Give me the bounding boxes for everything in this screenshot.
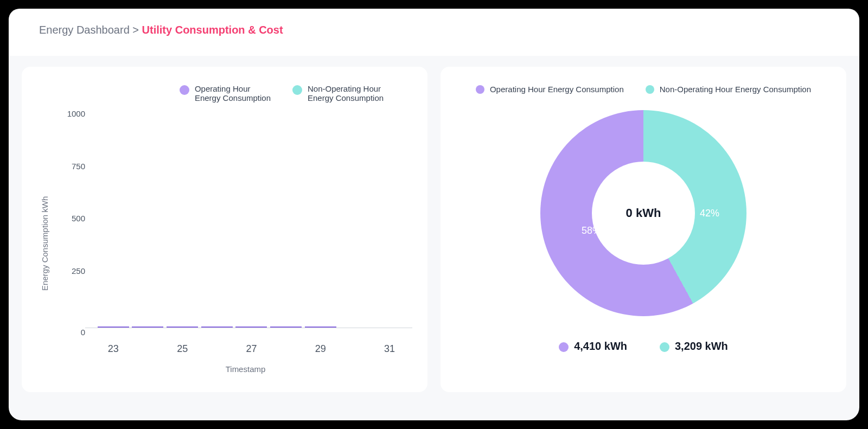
circle-icon [660, 342, 669, 352]
bar-seg-operating [235, 326, 267, 328]
legend-operating: Operating Hour Energy Consumption [180, 84, 271, 103]
bar-seg-operating [201, 326, 233, 328]
value-text: 4,410 kWh [574, 340, 627, 353]
bar [270, 326, 302, 328]
y-tick: 250 [72, 266, 85, 275]
bars-container [96, 113, 407, 328]
bar-legend: Operating Hour Energy Consumption Non-Op… [37, 84, 412, 103]
bar-seg-operating [132, 326, 163, 328]
donut-chart-card: Operating Hour Energy Consumption Non-Op… [441, 67, 846, 392]
legend-label: Non-Operating Hour Energy Consumption [660, 85, 811, 94]
legend-non-operating: Non-Operating Hour Energy Consumption [646, 84, 811, 94]
donut-container: 0 kWh 58% 42% [540, 110, 746, 316]
legend-label: Operating Hour Energy Consumption [195, 84, 271, 103]
content-row: Operating Hour Energy Consumption Non-Op… [9, 56, 859, 403]
breadcrumb-parent[interactable]: Energy Dashboard [39, 24, 130, 36]
y-tick: 500 [72, 214, 85, 223]
x-tick [201, 343, 233, 355]
x-tick: 23 [98, 343, 129, 355]
bar-seg-operating [270, 326, 302, 328]
bar-chart: Energy Consumption kWh 1000 750 500 250 … [37, 113, 412, 374]
bar [132, 326, 163, 328]
donut-values: 4,410 kWh 3,209 kWh [559, 340, 728, 353]
x-tick: 31 [374, 343, 405, 355]
plot-column: 1000 750 500 250 0 2325272931 Timestamp [79, 113, 412, 374]
donut-legend: Operating Hour Energy Consumption Non-Op… [476, 84, 811, 94]
breadcrumb-sep: > [132, 24, 139, 36]
value-operating: 4,410 kWh [559, 340, 627, 353]
y-ticks: 1000 750 500 250 0 [56, 113, 85, 328]
legend-label: Non-Operating Hour Energy Consumption [308, 84, 384, 103]
x-tick [270, 343, 302, 355]
legend-non-operating: Non-Operating Hour Energy Consumption [292, 84, 384, 103]
dashboard-page: Energy Dashboard > Utility Consumption &… [9, 9, 859, 420]
x-tick [132, 343, 163, 355]
value-text: 3,209 kWh [675, 340, 728, 353]
x-tick: 27 [235, 343, 267, 355]
x-axis-label: Timestamp [79, 355, 412, 374]
circle-icon [180, 85, 189, 95]
x-tick [339, 343, 371, 355]
bar [235, 326, 267, 328]
bar [305, 326, 336, 328]
pct-non-operating: 42% [700, 208, 719, 219]
circle-icon [646, 85, 654, 94]
circle-icon [292, 85, 302, 95]
y-tick: 750 [72, 161, 85, 170]
bar [201, 326, 233, 328]
y-tick: 0 [81, 328, 85, 337]
bar-seg-operating [305, 326, 336, 328]
x-tick: 29 [305, 343, 336, 355]
legend-label: Operating Hour Energy Consumption [490, 85, 624, 94]
plot-area: 1000 750 500 250 0 [85, 113, 412, 328]
breadcrumb: Energy Dashboard > Utility Consumption &… [9, 9, 859, 56]
bar [167, 326, 198, 328]
x-tick: 25 [167, 343, 198, 355]
bar-seg-operating [98, 326, 129, 328]
breadcrumb-current[interactable]: Utility Consumption & Cost [142, 24, 283, 36]
pct-operating: 58% [582, 225, 601, 236]
y-axis-label: Energy Consumption kWh [37, 113, 53, 374]
x-ticks: 2325272931 [96, 328, 407, 355]
bar [98, 326, 129, 328]
circle-icon [559, 342, 569, 352]
circle-icon [476, 85, 484, 94]
value-non-operating: 3,209 kWh [660, 340, 728, 353]
bar-chart-card: Operating Hour Energy Consumption Non-Op… [22, 67, 427, 392]
donut-center-label: 0 kWh [592, 162, 695, 265]
donut-wrap: Operating Hour Energy Consumption Non-Op… [456, 80, 831, 353]
legend-operating: Operating Hour Energy Consumption [476, 84, 624, 94]
y-tick: 1000 [67, 109, 85, 118]
bar-seg-operating [167, 326, 198, 328]
